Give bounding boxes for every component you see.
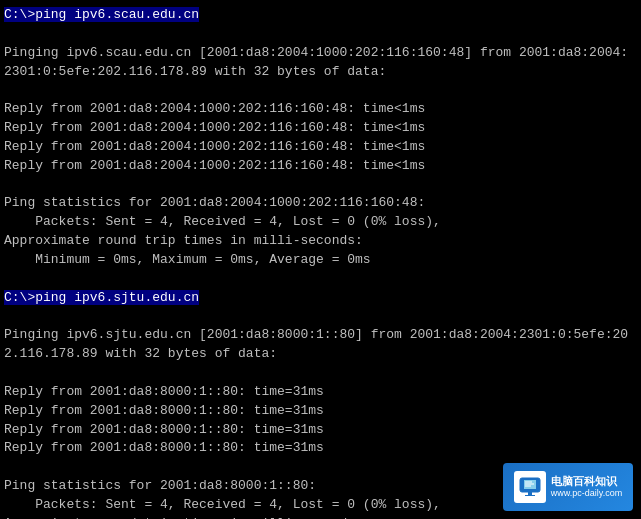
output-line: Reply from 2001:da8:8000:1::80: time=31m…: [4, 439, 637, 458]
output-line: Pinging ipv6.sjtu.edu.cn [2001:da8:8000:…: [4, 326, 637, 345]
output-line: Reply from 2001:da8:2004:1000:202:116:16…: [4, 157, 637, 176]
output-line: Pinging ipv6.scau.edu.cn [2001:da8:2004:…: [4, 44, 637, 63]
output-line: Reply from 2001:da8:2004:1000:202:116:16…: [4, 119, 637, 138]
cmd-prompt-1: C:\>ping ipv6.scau.edu.cn: [4, 7, 199, 22]
output-line: Approximate round trip times in milli-se…: [4, 515, 637, 519]
output-line: Minimum = 0ms, Maximum = 0ms, Average = …: [4, 251, 637, 270]
svg-rect-6: [525, 495, 535, 496]
output-line: Packets: Sent = 4, Received = 4, Lost = …: [4, 213, 637, 232]
watermark-title: 电脑百科知识: [551, 474, 622, 488]
output-line: Approximate round trip times in milli-se…: [4, 232, 637, 251]
spacer: [4, 364, 637, 383]
terminal-window: C:\>ping ipv6.scau.edu.cn Pinging ipv6.s…: [0, 0, 641, 519]
output-line: 2301:0:5efe:202.116.178.89 with 32 bytes…: [4, 63, 637, 82]
monitor-icon: [518, 475, 542, 499]
output-line: Reply from 2001:da8:2004:1000:202:116:16…: [4, 100, 637, 119]
output-line: Reply from 2001:da8:8000:1::80: time=31m…: [4, 383, 637, 402]
spacer: [4, 81, 637, 100]
output-line: Reply from 2001:da8:8000:1::80: time=31m…: [4, 402, 637, 421]
svg-rect-5: [528, 492, 532, 495]
watermark-badge: 电脑百科知识 www.pc-daily.com: [503, 463, 633, 511]
command-line-2: C:\>ping ipv6.sjtu.edu.cn: [4, 289, 637, 308]
spacer: [4, 308, 637, 327]
watermark-text: 电脑百科知识 www.pc-daily.com: [551, 474, 622, 500]
output-line: Reply from 2001:da8:8000:1::80: time=31m…: [4, 421, 637, 440]
output-line: Ping statistics for 2001:da8:2004:1000:2…: [4, 194, 637, 213]
output-line: 2.116.178.89 with 32 bytes of data:: [4, 345, 637, 364]
spacer: [4, 270, 637, 289]
watermark-icon: [514, 471, 546, 503]
output-line: Reply from 2001:da8:2004:1000:202:116:16…: [4, 138, 637, 157]
spacer: [4, 25, 637, 44]
spacer: [4, 176, 637, 195]
command-line-1: C:\>ping ipv6.scau.edu.cn: [4, 6, 637, 25]
cmd-prompt-2: C:\>ping ipv6.sjtu.edu.cn: [4, 290, 199, 305]
watermark-url: www.pc-daily.com: [551, 488, 622, 500]
